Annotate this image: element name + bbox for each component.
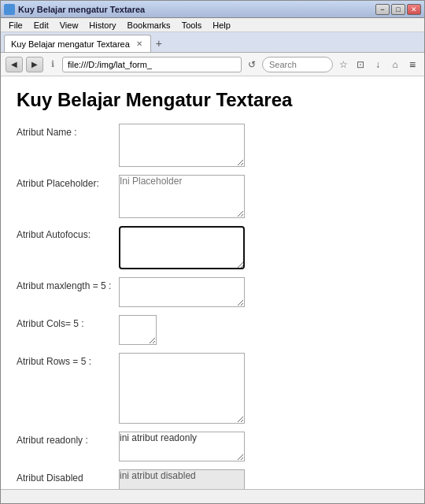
menu-file[interactable]: File: [4, 20, 28, 31]
minimize-button[interactable]: −: [375, 4, 390, 15]
form-row-placeholder: Atribut Placeholder:: [17, 175, 408, 218]
label-cols: Atribut Cols= 5 :: [17, 315, 119, 329]
browser-window: Kuy Belajar mengatur Textarea − □ ✕ File…: [0, 0, 425, 504]
back-button[interactable]: ◀: [6, 57, 23, 72]
menu-edit[interactable]: Edit: [29, 20, 54, 31]
textarea-autofocus[interactable]: [119, 226, 245, 269]
download-icon[interactable]: ↓: [371, 57, 385, 72]
home-icon[interactable]: ⌂: [388, 57, 402, 72]
form-row-autofocus: Atribut Autofocus:: [17, 226, 408, 269]
info-icon: ℹ: [46, 58, 59, 71]
window-title: Kuy Belajar mengatur Textarea: [18, 5, 145, 14]
form-row-readonly: Atribut readonly : ini atribut readonly: [17, 432, 408, 461]
menu-bar: File Edit View History Bookmarks Tools H…: [1, 18, 424, 32]
tab-label: Kuy Belajar mengatur Textarea: [11, 39, 130, 49]
search-input[interactable]: [262, 57, 333, 72]
menu-history[interactable]: History: [84, 20, 120, 31]
textarea-disabled: ini atribut disabled: [119, 469, 245, 489]
menu-tools[interactable]: Tools: [177, 20, 207, 31]
form-row-cols: Atribut Cols= 5 :: [17, 315, 408, 345]
tab-close-button[interactable]: ✕: [135, 39, 144, 48]
textarea-readonly[interactable]: ini atribut readonly: [119, 432, 245, 461]
label-name: Atribut Name :: [17, 124, 119, 138]
address-bar: ◀ ▶ ℹ ↺ ☆ ⊡ ↓ ⌂ ≡: [1, 53, 424, 76]
label-autofocus: Atribut Autofocus:: [17, 226, 119, 240]
label-readonly: Atribut readonly :: [17, 432, 119, 446]
browser-icon: [4, 4, 15, 15]
textarea-name[interactable]: [119, 124, 245, 167]
menu-bookmarks[interactable]: Bookmarks: [123, 20, 176, 31]
label-maxlength: Atribut maxlength = 5 :: [17, 277, 119, 291]
new-tab-button[interactable]: +: [153, 35, 165, 52]
form-row-maxlength: Atribut maxlength = 5 :: [17, 277, 408, 307]
label-disabled: Atribut Disabled: [17, 469, 119, 484]
more-button[interactable]: ≡: [405, 57, 419, 72]
active-tab[interactable]: Kuy Belajar mengatur Textarea ✕: [4, 35, 151, 52]
page-content: Kuy Belajar Mengatur Textarea Atribut Na…: [1, 76, 424, 489]
refresh-icon[interactable]: ↺: [245, 57, 259, 72]
url-input[interactable]: [62, 57, 242, 72]
textarea-cols[interactable]: [119, 315, 157, 345]
textarea-rows[interactable]: [119, 353, 245, 424]
page-title: Kuy Belajar Mengatur Textarea: [17, 89, 408, 111]
status-bar: [1, 489, 424, 503]
menu-view[interactable]: View: [55, 20, 83, 31]
textarea-placeholder[interactable]: [119, 175, 245, 218]
maximize-button[interactable]: □: [391, 4, 405, 15]
label-rows: Atribut Rows = 5 :: [17, 353, 119, 367]
form-row-name: Atribut Name :: [17, 124, 408, 167]
label-placeholder: Atribut Placeholder:: [17, 175, 119, 189]
textarea-maxlength[interactable]: [119, 277, 245, 307]
form-row-disabled: Atribut Disabled ini atribut disabled: [17, 469, 408, 489]
form-row-rows: Atribut Rows = 5 :: [17, 353, 408, 424]
close-button[interactable]: ✕: [407, 4, 421, 15]
forward-button[interactable]: ▶: [26, 57, 43, 72]
tab-bar: Kuy Belajar mengatur Textarea ✕ +: [1, 32, 424, 53]
title-bar-left: Kuy Belajar mengatur Textarea: [4, 4, 145, 15]
bookmark-icon[interactable]: ⊡: [353, 57, 368, 72]
title-bar: Kuy Belajar mengatur Textarea − □ ✕: [1, 1, 424, 18]
star-icon[interactable]: ☆: [336, 57, 350, 72]
title-bar-controls: − □ ✕: [375, 4, 421, 15]
menu-help[interactable]: Help: [208, 20, 235, 31]
